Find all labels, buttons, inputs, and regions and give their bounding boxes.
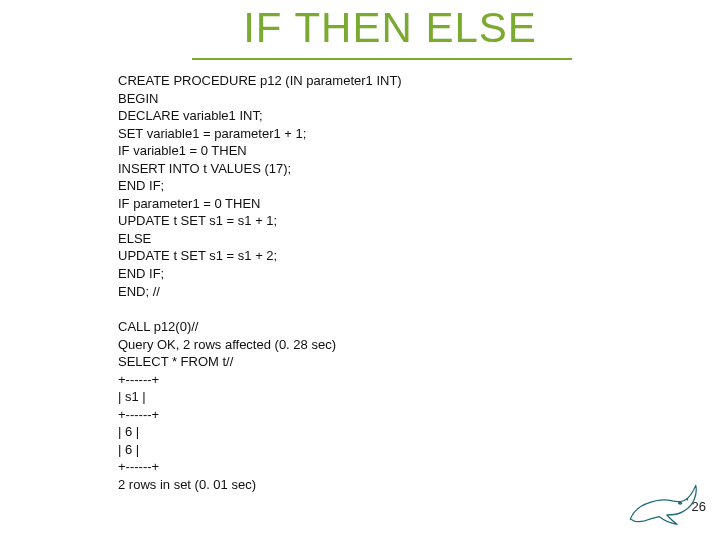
code-line: ELSE — [118, 230, 720, 248]
code-line: Query OK, 2 rows affected (0. 28 sec) — [118, 336, 720, 354]
code-line: IF variable1 = 0 THEN — [118, 142, 720, 160]
code-line: | 6 | — [118, 423, 720, 441]
code-block-output: CALL p12(0)//Query OK, 2 rows affected (… — [118, 318, 720, 493]
code-line: IF parameter1 = 0 THEN — [118, 195, 720, 213]
code-line: END IF; — [118, 177, 720, 195]
dolphin-logo-icon — [624, 476, 702, 530]
code-line: END IF; — [118, 265, 720, 283]
code-line: CALL p12(0)// — [118, 318, 720, 336]
code-line: UPDATE t SET s1 = s1 + 1; — [118, 212, 720, 230]
slide-title: IF THEN ELSE — [0, 0, 720, 52]
code-line: SELECT * FROM t// — [118, 353, 720, 371]
code-line: +------+ — [118, 371, 720, 389]
code-line: +------+ — [118, 406, 720, 424]
code-line: BEGIN — [118, 90, 720, 108]
code-line: SET variable1 = parameter1 + 1; — [118, 125, 720, 143]
code-block-procedure: CREATE PROCEDURE p12 (IN parameter1 INT)… — [118, 72, 720, 300]
code-line: | s1 | — [118, 388, 720, 406]
code-line: CREATE PROCEDURE p12 (IN parameter1 INT) — [118, 72, 720, 90]
code-line: END; // — [118, 283, 720, 301]
code-line: INSERT INTO t VALUES (17); — [118, 160, 720, 178]
code-line: +------+ — [118, 458, 720, 476]
title-underline — [192, 58, 572, 60]
code-line: UPDATE t SET s1 = s1 + 2; — [118, 247, 720, 265]
code-line: DECLARE variable1 INT; — [118, 107, 720, 125]
svg-point-0 — [686, 498, 688, 500]
code-line: | 6 | — [118, 441, 720, 459]
